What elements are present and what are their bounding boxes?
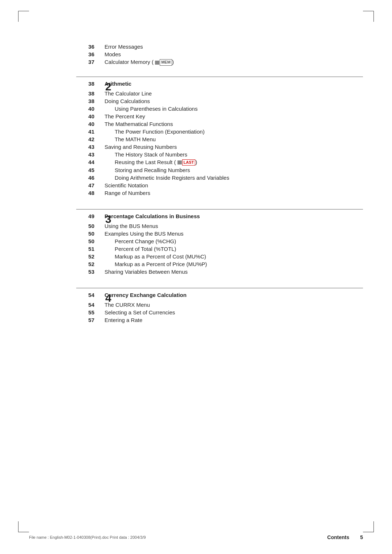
toc-entry-percent-change: 50 Percent Change (%CHG) [76,238,363,244]
entry-text: Storing and Recalling Numbers [115,167,190,173]
entry-text: Doing Arithmetic Inside Registers and Va… [115,175,229,181]
toc-entry-storing-recalling: 45 Storing and Recalling Numbers [76,167,363,173]
page-num: 37 [76,59,94,65]
page-num: 46 [76,175,94,181]
section-divider [76,209,363,209]
toc-entry-using-parentheses: 40 Using Parentheses in Calculations [76,106,363,112]
section-currency: 4 54 Currency Exchange Calculation 54 Th… [76,288,363,323]
page-num: 52 [76,261,94,267]
entry-text: Reusing the Last Result ( LAST ) [115,159,197,166]
section-header-row: 2 38 Arithmetic [76,81,363,89]
page-num: 40 [76,121,94,127]
page-num: 51 [76,246,94,252]
page-num: 47 [76,182,94,188]
toc-entry-percent-total: 51 Percent of Total (%TOTL) [76,246,363,252]
toc-entry-error-messages: 36 Error Messages [76,44,363,50]
entry-text: The Mathematical Functions [105,121,173,127]
chapter-number: 2 [105,81,134,93]
toc-entry-arithmetic-inside-registers: 46 Doing Arithmetic Inside Registers and… [76,175,363,181]
corner-mark-top-right [363,11,374,22]
section-percentage: 3 49 Percentage Calculations in Business… [76,209,363,275]
footer-file-info: File name : English-M02-1-040308(Print).… [29,535,146,539]
entry-text: Selecting a Set of Currencies [105,309,175,315]
footer: File name : English-M02-1-040308(Print).… [29,534,363,540]
toc-entry-saving-reusing: 43 Saving and Reusing Numbers [76,144,363,150]
section-header-row: 3 49 Percentage Calculations in Business [76,213,363,221]
toc-entry-math-menu: 42 The MATH Menu [76,136,363,142]
page-num: 48 [76,190,94,196]
toc-entry-selecting-currencies: 55 Selecting a Set of Currencies [76,309,363,315]
page-num: 38 [76,90,94,97]
entry-text: The MATH Menu [115,136,156,142]
footer-right: Contents 5 [327,534,363,540]
page-num: 41 [76,129,94,135]
toc-entry-modes: 36 Modes [76,51,363,57]
section-header-row: 4 54 Currency Exchange Calculation [76,292,363,300]
page-num: 43 [76,144,94,150]
page-num: 36 [76,51,94,57]
page-num: 38 [76,81,94,87]
entry-text: Markup as a Percent of Price (MU%P) [115,261,207,267]
entry-text: Doing Calculations [105,98,150,104]
page-num: 55 [76,309,94,315]
entry-text: Percent of Total (%TOTL) [115,246,176,252]
page-num: 40 [76,106,94,112]
page-num: 53 [76,269,94,275]
toc-entry-math-functions: 40 The Mathematical Functions [76,121,363,127]
corner-mark-top-left [18,11,29,22]
last-key-badge: LAST [177,159,196,166]
page-num: 38 [76,98,94,104]
section-divider [76,77,363,77]
toc-entry-scientific-notation: 47 Scientific Notation [76,182,363,188]
mem-key-badge: MEM [155,59,172,65]
toc-entry-calculator-memory: 37 Calculator Memory ( MEM ) [76,59,363,66]
mem-label: MEM [160,59,172,65]
toc-entry-entering-rate: 57 Entering a Rate [76,317,363,323]
entry-text: Sharing Variables Between Menus [105,269,188,275]
page-num: 50 [76,223,94,229]
pre-section-entries: 36 Error Messages 36 Modes 37 Calculator… [76,44,363,66]
entry-text: The Power Function (Exponentiation) [115,129,205,135]
toc-entry-doing-calculations: 38 Doing Calculations [76,98,363,104]
entry-text: Error Messages [105,44,143,50]
content-area: 36 Error Messages 36 Modes 37 Calculator… [76,44,363,323]
entry-text: Entering a Rate [105,317,142,323]
footer-contents-label: Contents [327,534,350,540]
page-num: 49 [76,213,94,219]
toc-entry-sharing-variables: 53 Sharing Variables Between Menus [76,269,363,275]
page-num: 44 [76,159,94,165]
entry-text: Examples Using the BUS Menus [105,231,184,237]
page-num: 36 [76,44,94,50]
page: 36 Error Messages 36 Modes 37 Calculator… [0,0,392,554]
page-num: 50 [76,238,94,244]
toc-entry-markup-price: 52 Markup as a Percent of Price (MU%P) [76,261,363,267]
entry-text: Range of Numbers [105,190,150,196]
toc-entry-history-stack: 43 The History Stack of Numbers [76,151,363,158]
entry-text: Markup as a Percent of Cost (MU%C) [115,253,206,260]
page-num: 52 [76,253,94,260]
chapter-number: 3 [105,213,134,225]
page-num: 57 [76,317,94,323]
toc-entry-markup-cost: 52 Markup as a Percent of Cost (MU%C) [76,253,363,260]
footer-page-number: 5 [360,534,363,540]
page-num: 50 [76,231,94,237]
entry-text: Scientific Notation [105,182,148,188]
section-header: 49 Percentage Calculations in Business [76,213,200,219]
toc-entry-reusing-last-result: 44 Reusing the Last Result ( LAST ) [76,159,363,166]
key-square-icon [155,61,159,65]
entry-text: Using Parentheses in Calculations [115,106,197,112]
entry-text: The Percent Key [105,113,145,119]
entry-text: Saving and Reusing Numbers [105,144,177,150]
section-arithmetic: 2 38 Arithmetic 38 The Calculator Line 3… [76,77,363,196]
page-num: 42 [76,136,94,142]
toc-entry-examples-bus-menus: 50 Examples Using the BUS Menus [76,231,363,237]
entry-text: Percent Change (%CHG) [115,238,176,244]
chapter-number: 4 [105,292,134,304]
page-num: 54 [76,302,94,308]
page-num: 40 [76,113,94,119]
toc-entry-power-function: 41 The Power Function (Exponentiation) [76,129,363,135]
corner-mark-bottom-right [363,521,374,532]
entry-text: Modes [105,51,121,57]
entry-text: Calculator Memory ( MEM ) [105,59,174,66]
corner-mark-bottom-left [18,521,29,532]
